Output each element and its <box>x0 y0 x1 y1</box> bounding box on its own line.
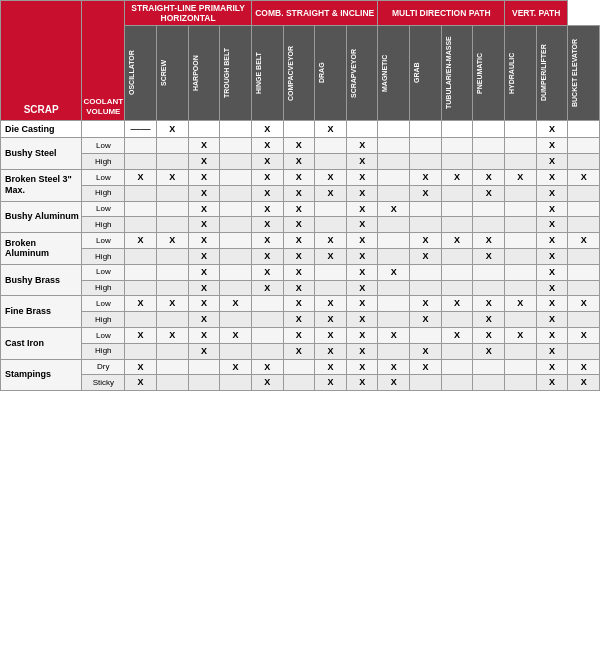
data-cell <box>220 264 252 280</box>
coolant-value: High <box>82 185 125 201</box>
data-cell: X <box>536 185 568 201</box>
scrap-label: Fine Brass <box>1 296 82 328</box>
data-cell <box>315 154 347 170</box>
data-cell: X <box>251 264 283 280</box>
data-cell: X <box>536 169 568 185</box>
data-cell <box>156 138 188 154</box>
data-cell: X <box>473 312 505 328</box>
data-cell: X <box>536 312 568 328</box>
data-cell: X <box>188 248 220 264</box>
data-cell: X <box>346 359 378 375</box>
data-cell <box>505 312 537 328</box>
data-cell <box>220 185 252 201</box>
data-cell <box>283 121 315 138</box>
data-cell: X <box>283 138 315 154</box>
coolant-value: Low <box>82 201 125 217</box>
data-cell: X <box>536 280 568 296</box>
data-cell: X <box>188 233 220 249</box>
col-magnetic: MAGNETIC <box>378 26 410 121</box>
group-straight-line: STRAIGHT-LINE PRIMARILY HORIZONTAL <box>125 1 252 26</box>
data-cell <box>378 217 410 233</box>
data-cell <box>568 121 600 138</box>
data-cell <box>505 138 537 154</box>
data-cell: X <box>188 138 220 154</box>
data-cell: X <box>125 296 157 312</box>
data-cell: —— <box>125 121 157 138</box>
data-cell: X <box>315 359 347 375</box>
data-cell <box>473 201 505 217</box>
table-row: HighXXXXX <box>1 154 600 170</box>
data-cell: X <box>125 327 157 343</box>
col-oscillator: OSCILLATOR <box>125 26 157 121</box>
data-cell <box>378 280 410 296</box>
data-cell: X <box>346 327 378 343</box>
data-cell: X <box>536 375 568 391</box>
data-cell: X <box>283 185 315 201</box>
data-cell <box>505 375 537 391</box>
main-table-wrapper: SCRAP COOLANT VOLUME STRAIGHT-LINE PRIMA… <box>0 0 600 391</box>
data-cell <box>156 154 188 170</box>
data-cell <box>568 185 600 201</box>
data-cell: X <box>283 280 315 296</box>
data-cell: X <box>283 312 315 328</box>
data-cell: X <box>346 233 378 249</box>
data-cell: X <box>283 201 315 217</box>
data-cell <box>410 264 442 280</box>
data-cell <box>156 343 188 359</box>
data-cell <box>441 343 473 359</box>
data-cell: X <box>568 169 600 185</box>
data-cell <box>505 154 537 170</box>
data-cell: X <box>315 169 347 185</box>
group-comb-straight: COMB. STRAIGHT & INCLINE <box>251 1 378 26</box>
data-cell <box>505 280 537 296</box>
data-cell <box>156 185 188 201</box>
data-cell <box>315 280 347 296</box>
data-cell: X <box>536 217 568 233</box>
data-cell <box>125 217 157 233</box>
coolant-value: High <box>82 280 125 296</box>
data-cell <box>441 248 473 264</box>
data-cell <box>568 248 600 264</box>
table-row: HighXXXXX <box>1 217 600 233</box>
data-cell <box>568 201 600 217</box>
col-compacveyor: COMPACVEYOR <box>283 26 315 121</box>
data-cell <box>473 359 505 375</box>
col-hinge-belt: HINGE BELT <box>251 26 283 121</box>
data-cell <box>505 121 537 138</box>
data-cell: X <box>346 375 378 391</box>
data-cell <box>251 343 283 359</box>
data-cell: X <box>536 296 568 312</box>
data-cell <box>410 327 442 343</box>
data-cell <box>378 296 410 312</box>
data-cell: X <box>283 217 315 233</box>
data-cell <box>378 185 410 201</box>
col-scrapveyor: SCRAPVEYOR <box>346 26 378 121</box>
data-cell <box>346 121 378 138</box>
data-cell: X <box>315 375 347 391</box>
data-cell: X <box>283 154 315 170</box>
data-cell <box>568 280 600 296</box>
table-row: HighXXXXXXXX <box>1 185 600 201</box>
data-cell: X <box>283 343 315 359</box>
data-cell: X <box>568 375 600 391</box>
data-cell: X <box>441 296 473 312</box>
data-cell: X <box>473 233 505 249</box>
data-cell <box>410 138 442 154</box>
data-cell <box>251 327 283 343</box>
data-cell <box>156 280 188 296</box>
data-cell <box>378 121 410 138</box>
data-cell <box>315 138 347 154</box>
data-cell: X <box>251 359 283 375</box>
group-multi-direction: MULTI DIRECTION PATH <box>378 1 505 26</box>
coolant-header: COOLANT VOLUME <box>82 1 125 121</box>
data-cell: X <box>568 233 600 249</box>
data-cell: X <box>251 185 283 201</box>
data-cell <box>441 375 473 391</box>
data-cell <box>505 185 537 201</box>
coolant-value: High <box>82 343 125 359</box>
data-cell: X <box>315 248 347 264</box>
coolant-value: Low <box>82 169 125 185</box>
data-cell <box>473 138 505 154</box>
data-cell <box>410 121 442 138</box>
table-row: Bushy BrassLowXXXXXX <box>1 264 600 280</box>
